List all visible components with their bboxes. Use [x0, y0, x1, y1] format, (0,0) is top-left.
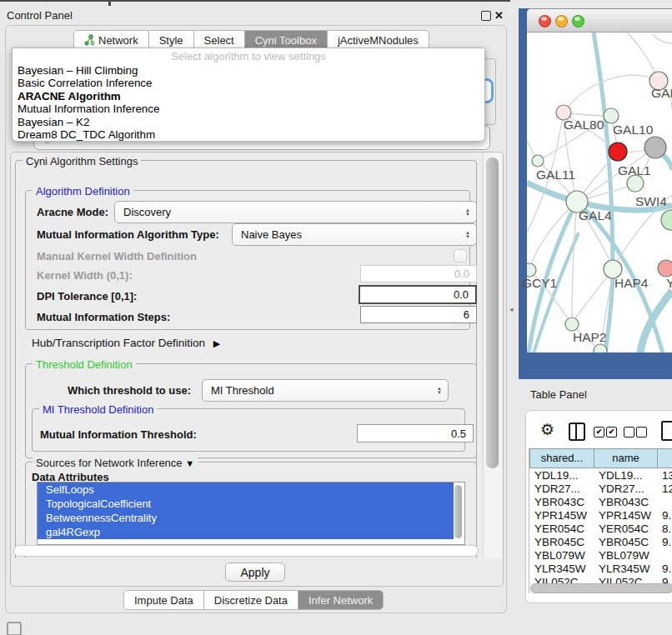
- data-attributes-list[interactable]: SelfLoops TopologicalCoefficient Between…: [37, 482, 465, 545]
- export-table-icon[interactable]: [661, 421, 672, 441]
- table-hscroll-thumb[interactable]: [530, 583, 672, 593]
- tab-jactivemnodules[interactable]: jActiveMNodules: [327, 31, 429, 49]
- minimize-traffic-light-icon[interactable]: [555, 15, 568, 28]
- table-cell[interactable]: YER054C: [599, 522, 649, 535]
- which-threshold-label: Which threshold to use:: [68, 384, 191, 397]
- hub-definition-expander[interactable]: Hub/Transcription Factor Definition ▶: [32, 337, 220, 349]
- tab-network[interactable]: Network: [74, 31, 148, 49]
- threshold-definition-title: Threshold Definition: [33, 358, 136, 371]
- node-label: HAP2: [573, 330, 607, 345]
- manual-kernel-width-checkbox[interactable]: [454, 249, 467, 262]
- tab-infer-network[interactable]: Infer Network: [298, 591, 383, 609]
- table-cell[interactable]: 9.: [662, 509, 671, 522]
- deselect-all-icon[interactable]: [624, 427, 634, 438]
- table-cell[interactable]: YBR043C: [534, 496, 584, 508]
- table-cell[interactable]: YBR043C: [599, 496, 649, 508]
- table-cell[interactable]: YBR045C: [534, 536, 584, 548]
- node-label: Y: [666, 276, 672, 291]
- node-table: shared... name A YDL19... YDL19... 13 YD…: [529, 448, 672, 593]
- control-panel-title: Control Panel: [7, 9, 73, 22]
- table-cell[interactable]: YDR27...: [599, 482, 644, 495]
- network-window-titlebar[interactable]: [527, 8, 672, 32]
- list-item[interactable]: BetweennessCentrality: [38, 511, 454, 525]
- column-selector-icon[interactable]: [569, 422, 585, 441]
- settings-hscroll-track[interactable]: [13, 545, 479, 557]
- table-cell[interactable]: YBR045C: [599, 536, 649, 548]
- node-label: HAP4: [614, 276, 649, 291]
- dropdown-placeholder: Select algorithm to view settings: [13, 48, 484, 64]
- which-threshold-combobox[interactable]: MI Threshold ▲▼: [202, 379, 449, 402]
- apply-button[interactable]: Apply: [225, 562, 285, 582]
- node-label: GAL80: [564, 118, 604, 132]
- kernel-width-field[interactable]: [360, 265, 477, 282]
- select-all-check-icon[interactable]: ✔: [594, 427, 604, 438]
- mi-algorithm-type-combobox[interactable]: Naive Bayes ▲▼: [232, 223, 477, 246]
- manual-kernel-width-label: Manual Kernel Width Definition: [37, 250, 197, 262]
- table-cell[interactable]: 13: [662, 469, 672, 482]
- stepper-icon: ▲▼: [465, 231, 470, 239]
- node-label: GAL11: [536, 168, 575, 182]
- menu-item-dream8[interactable]: Dream8 DC_TDC Algorithm: [13, 128, 484, 141]
- tab-style[interactable]: Style: [148, 31, 193, 49]
- close-traffic-light-icon[interactable]: [539, 15, 551, 28]
- panel-divider-arrow-icon[interactable]: ◂: [509, 305, 514, 313]
- table-cell[interactable]: 8.: [662, 522, 671, 535]
- table-cell[interactable]: YDR27...: [534, 482, 580, 495]
- minimized-panel-icon[interactable]: [7, 622, 22, 635]
- table-cell[interactable]: YER054C: [534, 522, 584, 535]
- settings-viewport: Cyni Algorithm Settings Algorithm Defini…: [11, 152, 482, 558]
- tab-impute-data[interactable]: Impute Data: [124, 591, 203, 609]
- close-panel-icon[interactable]: ✕: [494, 11, 504, 21]
- menu-item-bayesian-k2[interactable]: Bayesian – K2: [13, 116, 484, 128]
- list-scrollbar-thumb[interactable]: [454, 485, 462, 538]
- table-cell[interactable]: YDL19...: [534, 469, 579, 482]
- dpi-tolerance-field[interactable]: [359, 285, 477, 304]
- dpi-tolerance-label: DPI Tolerance [0,1]:: [37, 290, 137, 302]
- application-root: Control Panel ✕ Network Style Select Cyn…: [0, 0, 672, 635]
- settings-scrollbar-track[interactable]: [483, 152, 502, 558]
- table-cell[interactable]: YPR145W: [599, 509, 651, 522]
- list-item[interactable]: gal4RGexp: [38, 525, 454, 539]
- select-all-check-icon[interactable]: ✔: [606, 427, 617, 438]
- network-canvas[interactable]: [527, 32, 672, 352]
- table-cell[interactable]: YLR345W: [599, 562, 650, 575]
- which-threshold-value: MI Threshold: [211, 384, 274, 397]
- table-cell[interactable]: 9.: [662, 562, 671, 575]
- column-header-shared-name[interactable]: shared...: [529, 448, 594, 468]
- table-cell[interactable]: 9.: [662, 536, 671, 548]
- tab-network-label: Network: [98, 34, 138, 47]
- menu-item-mutual-information[interactable]: Mutual Information Inference: [13, 102, 484, 115]
- table-cell[interactable]: YLR345W: [534, 562, 586, 575]
- table-cell[interactable]: YDL19...: [599, 469, 643, 482]
- zoom-traffic-light-icon[interactable]: [572, 15, 584, 28]
- aracne-mode-combobox[interactable]: Discovery ▲▼: [114, 201, 477, 223]
- table-cell[interactable]: 12: [662, 482, 672, 495]
- tab-select[interactable]: Select: [193, 31, 244, 49]
- list-item[interactable]: TopologicalCoefficient: [38, 497, 454, 511]
- node-label: GAL10: [613, 122, 653, 138]
- mi-algorithm-type-value: Naive Bayes: [241, 228, 302, 241]
- list-item[interactable]: SelfLoops: [38, 482, 454, 497]
- table-cell[interactable]: YBL079W: [599, 549, 649, 562]
- deselect-all-icon[interactable]: [636, 427, 647, 438]
- float-panel-icon[interactable]: [481, 11, 491, 21]
- tab-cyni-toolbox[interactable]: Cyni Toolbox: [244, 31, 327, 49]
- settings-scrollbar-thumb[interactable]: [486, 158, 499, 468]
- sources-title-wrap[interactable]: Sources for Network Inference ▼: [33, 457, 198, 469]
- mi-threshold-field[interactable]: [357, 424, 474, 442]
- column-header-name[interactable]: name: [594, 448, 657, 468]
- stepper-icon: ▲▼: [465, 208, 470, 217]
- collapse-triangle-icon: ▼: [185, 458, 194, 468]
- table-cell[interactable]: YPR145W: [534, 509, 587, 522]
- kernel-width-label: Kernel Width (0,1):: [37, 269, 133, 282]
- gear-icon[interactable]: ⚙: [540, 422, 554, 438]
- menu-item-aracne[interactable]: ARACNE Algorithm: [13, 90, 484, 102]
- menu-item-basic-correlation[interactable]: Basic Correlation Inference: [13, 77, 484, 89]
- mi-threshold-label: Mutual Information Threshold:: [40, 428, 197, 441]
- menu-item-bayesian-hill-climbing[interactable]: Bayesian – Hill Climbing: [13, 64, 484, 77]
- table-cell[interactable]: YBL079W: [534, 549, 585, 562]
- chevron-right-icon: ▶: [213, 338, 220, 348]
- tab-discretize-data[interactable]: Discretize Data: [203, 591, 298, 609]
- mi-steps-field[interactable]: [360, 306, 477, 323]
- column-header-partial[interactable]: A: [657, 448, 672, 468]
